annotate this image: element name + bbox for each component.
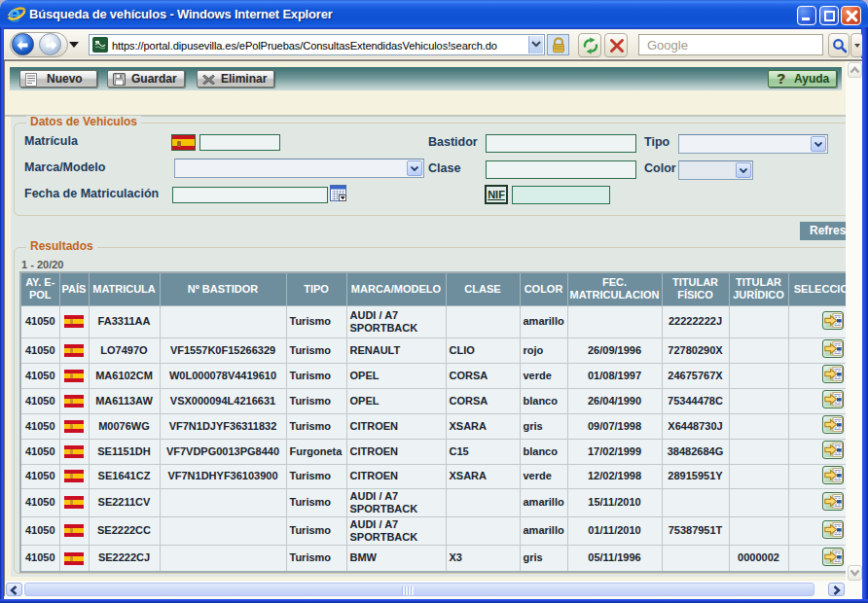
svg-text:e: e	[9, 4, 21, 26]
